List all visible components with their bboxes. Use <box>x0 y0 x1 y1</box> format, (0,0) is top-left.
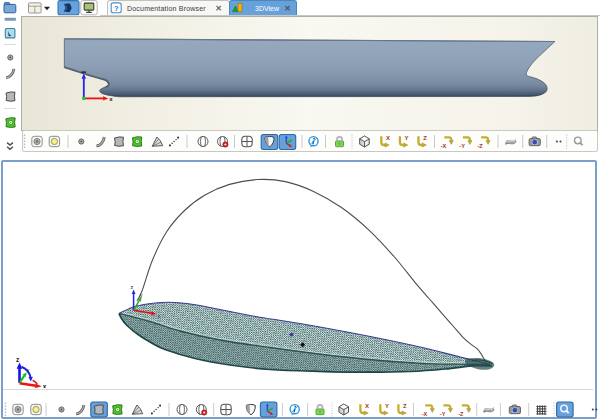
svg-text:y: y <box>27 368 30 373</box>
svg-text:x: x <box>109 96 113 102</box>
svg-text:X: X <box>386 135 390 141</box>
svg-text:X: X <box>365 403 369 409</box>
svg-text:z: z <box>16 356 20 363</box>
svg-text:?: ? <box>114 4 119 13</box>
svg-text:-X: -X <box>422 411 428 417</box>
svg-text:-Y: -Y <box>459 143 465 149</box>
svg-text:-Y: -Y <box>440 411 446 417</box>
svg-text:x: x <box>43 383 47 390</box>
svg-text:-X: -X <box>441 143 447 149</box>
svg-text:x: x <box>158 313 161 319</box>
svg-text:y: y <box>140 292 143 298</box>
svg-text:Y: Y <box>385 403 389 409</box>
svg-text:z: z <box>131 284 134 290</box>
svg-text:-Z: -Z <box>458 411 464 417</box>
svg-text:Z: Z <box>423 135 427 141</box>
svg-text:Z: Z <box>403 403 407 409</box>
svg-text:-Z: -Z <box>478 143 484 149</box>
svg-text:Y: Y <box>405 135 409 141</box>
